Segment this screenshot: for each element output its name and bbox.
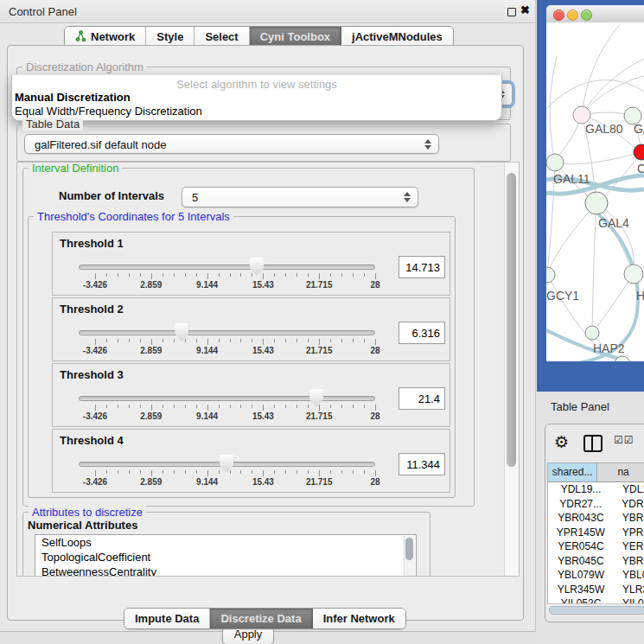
cell-name[interactable]: YBR0: [614, 511, 644, 526]
tab-select[interactable]: Select: [194, 27, 249, 47]
slider-tick: [330, 273, 331, 277]
slider-tick-label: -3.426: [83, 477, 107, 487]
tab-impute-data[interactable]: Impute Data: [124, 609, 210, 628]
slider-tick: [163, 405, 163, 408]
table-row[interactable]: YBR045CYBR0: [548, 554, 644, 569]
table-horizontal-scrollbar[interactable]: [547, 603, 644, 615]
dropdown-item-equal-width-frequency[interactable]: Equal Width/Frequency Discretization: [15, 105, 202, 118]
cell-name[interactable]: YER0: [614, 539, 644, 554]
number-of-intervals-combo[interactable]: 5: [182, 187, 418, 207]
network-edge[interactable]: [592, 203, 596, 333]
list-scrollbar[interactable]: [404, 536, 415, 577]
cell-name[interactable]: YDR2: [613, 497, 644, 512]
settings-scrollbar[interactable]: [504, 163, 519, 576]
tab-network[interactable]: Network: [65, 27, 146, 47]
close-traffic-light-icon[interactable]: [553, 10, 564, 21]
network-node-HAP2[interactable]: [585, 326, 599, 340]
network-edge[interactable]: [547, 203, 596, 275]
slider-tick: [252, 273, 252, 277]
attribute-list-item[interactable]: BetweennessCentrality: [35, 564, 416, 577]
cell-shared-name[interactable]: YBR043C: [548, 511, 614, 526]
checkbox-icons[interactable]: ☑☑: [614, 434, 634, 446]
cell-shared-name[interactable]: YDR27...: [548, 497, 613, 512]
threshold-2-slider-track[interactable]: [79, 330, 375, 335]
slider-tick: [285, 273, 286, 277]
threshold-1-value-field[interactable]: 14.713: [399, 256, 445, 278]
cell-name[interactable]: YLR3: [614, 583, 644, 597]
table-row[interactable]: YDL19...YDL1: [548, 482, 644, 497]
slider-tick: [174, 339, 175, 342]
cell-shared-name[interactable]: YPR145W: [548, 526, 614, 540]
threshold-3-value-field[interactable]: 21.4: [399, 387, 445, 410]
list-scrollbar-thumb[interactable]: [405, 538, 413, 560]
slider-tick: [240, 273, 241, 277]
column-header-shared-name[interactable]: shared...: [548, 463, 597, 481]
tab-infer-network[interactable]: Infer Network: [313, 609, 405, 628]
attribute-list-item[interactable]: TopologicalCoefficient: [35, 550, 416, 564]
cell-name[interactable]: YBR0: [614, 554, 644, 569]
close-icon[interactable]: ✖: [520, 3, 530, 16]
table-row[interactable]: YER054CYER0: [548, 539, 644, 554]
slider-tick: [308, 339, 309, 342]
threshold-2-slider-thumb[interactable]: [175, 323, 188, 341]
network-canvas[interactable]: GAL80GACGAL11GAL4GCY1HHAP2: [546, 22, 644, 361]
slider-tick: [163, 470, 163, 474]
dropdown-item-manual-discretization[interactable]: Manual Discretization: [15, 91, 131, 104]
cell-name[interactable]: YPR1: [614, 526, 644, 540]
network-node-GAL4[interactable]: [585, 192, 608, 214]
threshold-1-slider-track[interactable]: [79, 265, 375, 270]
threshold-4-value-field[interactable]: 11.344: [399, 453, 445, 475]
network-node-GAL11[interactable]: [546, 154, 564, 171]
cell-name[interactable]: YBL0: [614, 568, 644, 583]
dropdown-prompt: Select algorithm to view settings: [12, 78, 501, 91]
numerical-attributes-list[interactable]: SelfLoopsTopologicalCoefficientBetweenne…: [35, 534, 417, 577]
slider-tick: [106, 339, 107, 342]
network-edge[interactable]: [546, 80, 644, 109]
cell-shared-name[interactable]: YLR345W: [548, 583, 614, 597]
network-edge[interactable]: [582, 59, 644, 115]
network-node-H[interactable]: [624, 265, 643, 284]
network-node-GCY1[interactable]: [546, 267, 555, 283]
network-edge[interactable]: [592, 274, 634, 333]
gear-icon[interactable]: ⚙: [554, 432, 569, 452]
column-layout-icon[interactable]: [583, 435, 603, 452]
threshold-3-slider-track[interactable]: [79, 396, 375, 401]
column-header-name[interactable]: na: [597, 463, 644, 481]
float-window-icon[interactable]: [507, 8, 516, 16]
tab-cyni-toolbox[interactable]: Cyni Toolbox: [250, 27, 341, 47]
tab-jactivemnodules[interactable]: jActiveMNodules: [341, 27, 453, 47]
cell-shared-name[interactable]: YDL19...: [548, 482, 614, 497]
network-edge[interactable]: [582, 24, 620, 115]
threshold-4-slider-thumb[interactable]: [220, 455, 233, 473]
table-data-combo[interactable]: galFiltered.sif default node: [24, 134, 439, 154]
tab-style[interactable]: Style: [146, 27, 194, 47]
slider-tick: [353, 405, 354, 408]
slider-tick: [95, 273, 96, 279]
table-horizontal-scrollbar-thumb[interactable]: [549, 606, 644, 615]
cell-shared-name[interactable]: YBR045C: [548, 554, 614, 569]
table-row[interactable]: YBR043CYBR0: [548, 511, 644, 526]
network-window-titlebar[interactable]: [546, 5, 644, 23]
cell-shared-name[interactable]: YBL079W: [548, 568, 614, 583]
threshold-2-value-field[interactable]: 6.316: [399, 322, 445, 344]
slider-tick: [163, 273, 163, 277]
table-row[interactable]: YLR345WYLR3: [548, 583, 644, 597]
network-edge[interactable]: [596, 203, 634, 274]
network-edge[interactable]: [555, 152, 641, 164]
cell-name[interactable]: YDL1: [614, 482, 644, 497]
attribute-list-item[interactable]: SelfLoops: [35, 535, 416, 550]
network-node-red[interactable]: [634, 144, 644, 160]
minimize-traffic-light-icon[interactable]: [567, 10, 578, 21]
table-row[interactable]: YPR145WYPR1: [548, 526, 644, 540]
table-row[interactable]: YDR27...YDR2: [548, 497, 644, 512]
network-node-label: C: [637, 162, 644, 175]
network-edge[interactable]: [550, 57, 557, 163]
zoom-traffic-light-icon[interactable]: [581, 10, 592, 21]
node-attribute-table[interactable]: shared... na YDL19...YDL1YDR27...YDR2YBR…: [547, 462, 644, 604]
tab-discretize-data[interactable]: Discretize Data: [210, 609, 312, 628]
threshold-3-slider-thumb[interactable]: [309, 389, 323, 407]
network-node-GAL80[interactable]: [573, 106, 590, 124]
settings-scrollbar-thumb[interactable]: [507, 173, 516, 467]
cell-shared-name[interactable]: YER054C: [548, 539, 614, 554]
table-row[interactable]: YBL079WYBL0: [548, 568, 644, 583]
